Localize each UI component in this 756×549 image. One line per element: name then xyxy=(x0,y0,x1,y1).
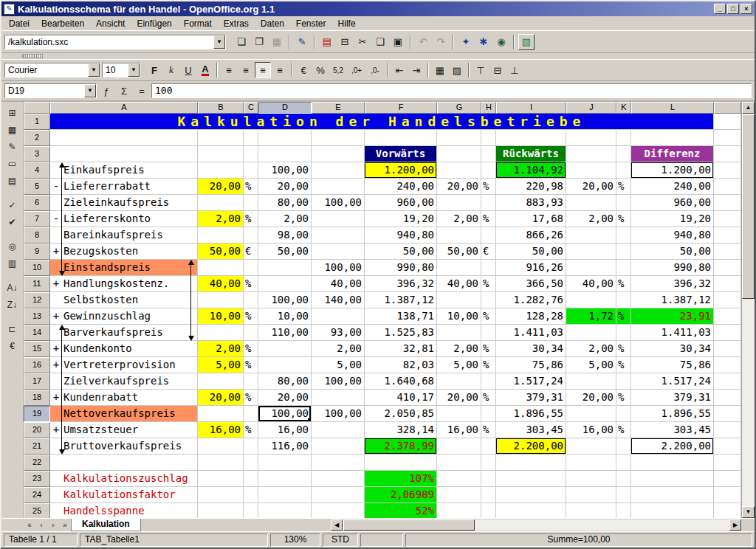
row-header-4[interactable]: 4 xyxy=(24,162,50,179)
scroll-left-icon[interactable]: ◀ xyxy=(331,519,343,531)
cell-i18[interactable]: 379,31 xyxy=(496,390,566,406)
cell-f23[interactable]: 107% xyxy=(365,471,437,487)
cell-a13[interactable]: +Gewinnzuschlag xyxy=(50,308,198,325)
cell-h3[interactable] xyxy=(481,146,496,162)
cell-k9[interactable] xyxy=(616,244,631,260)
cell-f11[interactable]: 396,32 xyxy=(365,276,437,292)
cell-k12[interactable] xyxy=(616,292,631,308)
cell-a7[interactable]: -Liefererskonto xyxy=(50,211,198,227)
column-header-b[interactable]: B xyxy=(198,102,244,114)
cell-l17[interactable]: 1.517,24 xyxy=(631,373,714,390)
cell-b4[interactable] xyxy=(198,162,244,179)
column-header-a[interactable]: A xyxy=(50,102,198,114)
cell-l8[interactable]: 940,80 xyxy=(631,227,714,244)
cell-h22[interactable] xyxy=(481,455,496,471)
find-replace-icon[interactable]: ◎ xyxy=(4,238,21,254)
insert-cells-icon[interactable]: ▦ xyxy=(4,122,21,137)
cell-e7[interactable] xyxy=(312,211,365,227)
cell-g21[interactable] xyxy=(437,438,481,455)
cell-i17[interactable]: 1.517,24 xyxy=(496,373,566,390)
cell-c4[interactable] xyxy=(244,162,258,179)
cell-h13[interactable]: % xyxy=(481,308,496,325)
cell-i7[interactable]: 17,68 xyxy=(496,211,566,227)
cell-a4[interactable]: Einkaufspreis xyxy=(50,162,198,179)
row-header-10[interactable]: 10 xyxy=(24,260,50,276)
row-header-7[interactable]: 7 xyxy=(24,211,50,227)
row-header-3[interactable]: 3 xyxy=(24,146,50,162)
cell-g2[interactable] xyxy=(437,130,481,146)
cell-k7[interactable]: % xyxy=(616,211,631,227)
cell-e5[interactable] xyxy=(312,179,365,195)
cell-b11[interactable]: 40,00 xyxy=(198,276,244,292)
cell-g13[interactable]: 10,00 xyxy=(437,308,481,325)
cell-d3[interactable] xyxy=(258,146,312,162)
cell-i15[interactable]: 30,34 xyxy=(496,341,566,357)
cell-i24[interactable] xyxy=(496,487,566,503)
cell-f12[interactable]: 1.387,12 xyxy=(365,292,437,308)
cell-i19[interactable]: 1.896,55 xyxy=(496,406,566,422)
print-icon[interactable]: ⊟ xyxy=(337,34,353,50)
cell-h11[interactable]: % xyxy=(481,276,496,292)
cell-i5[interactable]: 220,98 xyxy=(496,179,566,195)
cell-h16[interactable]: % xyxy=(481,357,496,373)
column-header-j[interactable]: J xyxy=(566,102,616,114)
row-header-6[interactable]: 6 xyxy=(24,195,50,211)
cell-j8[interactable] xyxy=(566,227,616,244)
cell-c20[interactable]: % xyxy=(244,422,258,438)
cell-j3[interactable] xyxy=(566,146,616,162)
cell-l21[interactable]: 2.200,00 xyxy=(631,438,714,455)
cell-k17[interactable] xyxy=(616,373,631,390)
cell-h25[interactable] xyxy=(481,503,496,518)
cell-c19[interactable] xyxy=(244,406,258,422)
cell-a8[interactable]: Bareinkaufspreis xyxy=(50,227,198,244)
cell-c7[interactable]: % xyxy=(244,211,258,227)
font-name-select[interactable]: Courier ▼ xyxy=(4,63,100,77)
column-header-f[interactable]: F xyxy=(365,102,437,114)
cell-a17[interactable]: Zielverkaufspreis xyxy=(50,373,198,390)
cell-l15[interactable]: 30,34 xyxy=(631,341,714,357)
cell-f3[interactable]: Vorwärts xyxy=(365,146,437,162)
sheet-tab-kalkulation[interactable]: Kalkulation xyxy=(71,519,141,531)
cell-d24[interactable] xyxy=(258,487,312,503)
cell-a16[interactable]: +Vertreterprovision xyxy=(50,357,198,373)
cell-i16[interactable]: 75,86 xyxy=(496,357,566,373)
row-header-13[interactable]: 13 xyxy=(24,308,50,325)
cell-h4[interactable] xyxy=(481,162,496,179)
cell-g19[interactable] xyxy=(437,406,481,422)
cell-a11[interactable]: +Handlungskostenz. xyxy=(50,276,198,292)
row-header-8[interactable]: 8 xyxy=(24,227,50,244)
draw-functions-icon[interactable]: ✎ xyxy=(4,139,21,154)
last-sheet-button[interactable]: » xyxy=(59,519,71,531)
menu-datei[interactable]: Datei xyxy=(3,17,35,30)
cell-i21[interactable]: 2.200,00 xyxy=(496,438,566,455)
cut-icon[interactable]: ✂ xyxy=(354,34,371,50)
cell-a9[interactable]: +Bezugskosten xyxy=(50,244,198,260)
cell-f10[interactable]: 990,80 xyxy=(365,260,437,276)
cell-g9[interactable]: 50,00 xyxy=(437,244,481,260)
cell-j12[interactable] xyxy=(566,292,616,308)
navigator-icon[interactable]: ✦ xyxy=(458,34,474,50)
cell-b15[interactable]: 2,00 xyxy=(198,341,244,357)
align-justify-button[interactable]: ≡ xyxy=(272,62,288,78)
cell-k10[interactable] xyxy=(616,260,631,276)
cell-k16[interactable]: % xyxy=(616,357,631,373)
cell-f18[interactable]: 410,17 xyxy=(365,390,437,406)
underline-button[interactable]: U xyxy=(180,62,196,78)
cell-h2[interactable] xyxy=(481,130,496,146)
cell-b5[interactable]: 20,00 xyxy=(198,179,244,195)
cell-j2[interactable] xyxy=(566,130,616,146)
cell-a22[interactable] xyxy=(50,455,198,471)
cell-a21[interactable]: Bruttoverkaufspreis xyxy=(50,438,198,455)
cell-i13[interactable]: 128,28 xyxy=(496,308,566,325)
stylist-icon[interactable]: ✱ xyxy=(475,34,492,50)
cell-c15[interactable]: % xyxy=(244,341,258,357)
cell-c10[interactable] xyxy=(244,260,258,276)
menu-fenster[interactable]: Fenster xyxy=(290,17,332,30)
url-value[interactable]: /kalkulation.sxc xyxy=(5,35,213,49)
column-header-l[interactable]: L xyxy=(631,102,714,114)
cell-l12[interactable]: 1.387,12 xyxy=(631,292,714,308)
cell-k22[interactable] xyxy=(616,455,631,471)
cell-d17[interactable]: 80,00 xyxy=(258,373,312,390)
cell-g22[interactable] xyxy=(437,455,481,471)
cell-title-a1[interactable]: Kalkulation der Handelsbetriebe xyxy=(50,114,714,130)
